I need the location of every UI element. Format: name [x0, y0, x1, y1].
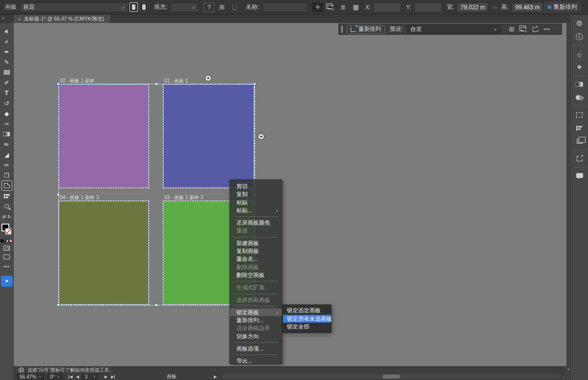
direct-selection-tool[interactable]: ➢ [1, 36, 12, 47]
rotation-dropdown[interactable]: 0°∨ [47, 374, 63, 380]
swatches-panel-icon[interactable]: ❖ [574, 62, 586, 72]
menu-item-cut[interactable]: 剪切 [230, 182, 282, 190]
menu-item-paste-special[interactable]: 粘贴...› [230, 206, 282, 214]
type-tool[interactable]: T [1, 88, 12, 98]
selection-handle[interactable] [155, 304, 158, 306]
first-artboard-button[interactable]: ◀ [69, 375, 73, 379]
pen-tool[interactable]: ✒ [1, 47, 12, 57]
y-input[interactable] [414, 2, 442, 12]
vertical-scrollbar[interactable]: ∨ [566, 23, 570, 380]
grid-arrange-icon[interactable]: ▦ [351, 2, 361, 12]
properties-gear-icon[interactable]: ⚙ [574, 19, 586, 28]
artboard-options-icon[interactable]: ≣ [338, 2, 349, 12]
shaper-tool[interactable]: ✏ [1, 139, 12, 150]
scrollbar-thumb[interactable] [383, 375, 400, 379]
generative-ai-button[interactable]: ✦ [1, 276, 13, 287]
portrait-orientation-button[interactable] [129, 2, 138, 12]
export-panel-icon[interactable] [574, 153, 586, 163]
submenu-item-lock-selected[interactable]: 锁定选定画板 [283, 306, 331, 315]
zoom-tool[interactable] [1, 201, 12, 211]
artboard-name-input[interactable] [262, 2, 307, 12]
artboard-tool[interactable] [1, 180, 12, 191]
zoom-level-dropdown[interactable]: 56.47%∨ [17, 374, 44, 380]
hand-rotate-view-tools[interactable]: ⇄↻ [1, 211, 12, 222]
document-tab[interactable]: × 未标题-1* @ 56.47 % (CMYK/预览) [14, 15, 110, 23]
artboards-panel-icon[interactable] [574, 110, 586, 120]
selection-handle[interactable] [155, 82, 158, 85]
info-icon[interactable]: ⓘ [574, 32, 586, 42]
menu-item-duplicate-artboard[interactable]: 复制画板 [230, 247, 282, 255]
eyedropper-tool[interactable]: ◢ [1, 150, 12, 160]
selection-handle[interactable] [57, 193, 60, 196]
selection-handle[interactable] [57, 304, 60, 306]
artboard-number-dropdown[interactable]: 3∨ [82, 374, 99, 380]
menu-item-rename[interactable]: 重命名... [230, 255, 282, 263]
menu-item-export[interactable]: 导出... [230, 357, 282, 365]
comments-panel-icon[interactable] [574, 171, 586, 180]
selection-handle[interactable] [57, 82, 60, 85]
color-mode-strip[interactable] [0, 239, 13, 243]
rearrange-button[interactable]: 重新排列 [347, 25, 385, 34]
transparency-panel-icon[interactable] [574, 93, 586, 102]
artboard-03-label[interactable]: 03 - 画板 1 副本 2 [164, 194, 203, 201]
selection-handle[interactable] [253, 82, 256, 85]
graph-tool[interactable] [1, 191, 12, 201]
panel-menu-button[interactable]: ••• [541, 25, 553, 34]
more-tools-button[interactable]: ••• [1, 261, 12, 272]
width-input[interactable]: 79.022 m [457, 2, 488, 12]
move-artwork-toggle[interactable]: ✛ [312, 2, 323, 12]
symbol-sprayer-tool[interactable]: ❐ [1, 170, 12, 180]
menu-item-rearrange[interactable]: 重新排列... [230, 316, 282, 324]
menu-item-new-artboard[interactable]: 新建画板 [230, 239, 282, 247]
draw-mode-button[interactable] [3, 246, 10, 251]
submenu-item-lock-all-deselected[interactable]: 锁定所有未选画板 [283, 315, 331, 323]
menu-item-paste[interactable]: 粘贴 [230, 199, 282, 206]
rotate-tool[interactable]: ↺ [1, 98, 12, 108]
height-input[interactable]: 99.483 m [511, 2, 543, 12]
selection-tool[interactable]: ➤ [1, 26, 12, 36]
paintbrush-tool[interactable]: ✐ [1, 77, 12, 88]
duplicate-options-icon[interactable] [325, 2, 336, 12]
horizontal-scrollbar[interactable] [222, 374, 561, 379]
curvature-tool[interactable]: ✎ [1, 57, 12, 67]
preset-dropdown[interactable]: 自定 ∨ [407, 25, 501, 34]
fill-stroke-swatches[interactable] [1, 224, 13, 236]
artboard-01[interactable]: 01 - 画板 1 [163, 84, 254, 188]
artboard-02[interactable]: 02 - 画板 1 副本 [59, 84, 149, 188]
submenu-item-lock-all[interactable]: 锁定全部 [283, 323, 331, 331]
layers-panel-icon[interactable] [574, 136, 586, 146]
screen-mode-button[interactable] [3, 254, 10, 259]
menu-item-toggle-orientation[interactable]: 切换方向 [230, 332, 282, 340]
new-artboard-button[interactable]: ⊞ [506, 25, 517, 34]
scroll-right-icon[interactable]: › [563, 375, 564, 379]
export-button[interactable] [529, 25, 541, 34]
status-arrow-icon[interactable]: ▶ [214, 375, 217, 379]
landscape-orientation-button[interactable] [140, 2, 148, 12]
duplicate-artboard-button[interactable] [517, 25, 529, 34]
next-artboard-button[interactable]: ▶ [104, 375, 107, 379]
close-tab-icon[interactable]: × [18, 16, 21, 22]
link-dimensions-icon[interactable]: ∞ [489, 2, 500, 12]
new-artboard-button[interactable]: ⊞ [216, 2, 227, 12]
none-mode-icon[interactable] [9, 239, 13, 243]
gradient-panel-icon[interactable] [574, 79, 586, 89]
stroke-color-swatch[interactable] [5, 228, 12, 235]
previous-artboard-button[interactable]: ◀ [76, 375, 79, 379]
menu-item-artboard-options[interactable]: 画板选项... [230, 345, 282, 353]
x-input[interactable] [374, 2, 401, 12]
artboard-04-label[interactable]: 04 - 画板 1 副本 3 [60, 194, 99, 201]
toolbar-collapse-icon[interactable]: » [0, 15, 14, 23]
menu-item-delete-empty-artboards[interactable]: 删除空画板 [230, 271, 282, 279]
menu-item-lock-artboards[interactable]: 锁定画板› [230, 308, 282, 316]
fill-dropdown[interactable]: ∨ [170, 2, 199, 12]
gradient-tool[interactable] [1, 129, 12, 139]
artboard-01-label[interactable]: 01 - 画板 1 [164, 77, 188, 84]
align-panel-icon[interactable] [574, 123, 586, 133]
menu-item-restore-artboard-color[interactable]: 还原画板颜色 [230, 219, 282, 227]
rearrange-all-button[interactable]: 重新排列 [543, 2, 581, 13]
artboard-04[interactable]: 04 - 画板 1 副本 3 [59, 201, 149, 304]
color-mode-icon[interactable] [0, 239, 4, 243]
scroll-down-icon[interactable]: ∨ [566, 367, 570, 371]
rectangle-tool[interactable] [1, 67, 12, 77]
last-artboard-button[interactable]: ▶ [111, 375, 115, 379]
